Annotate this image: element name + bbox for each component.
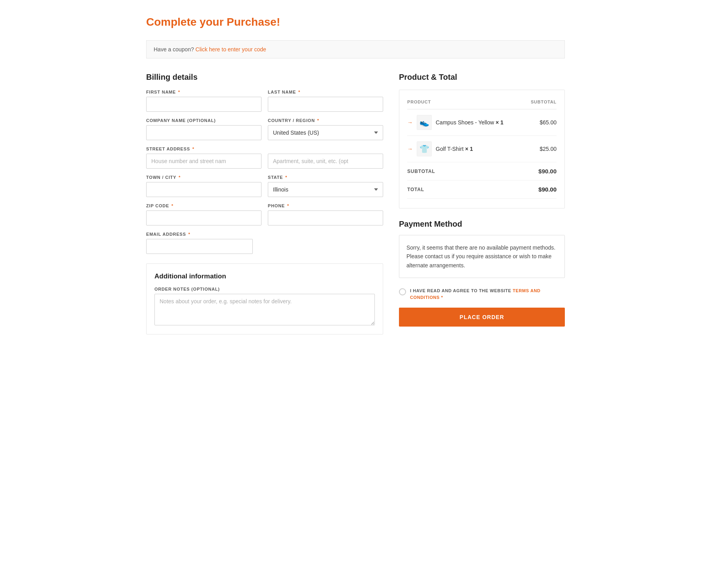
col-product: Product xyxy=(407,100,525,109)
table-row: → 👕 Golf T-Shirt × 1 $25.00 xyxy=(407,136,557,162)
product-table: Product Subtotal → 👟 Campus Shoes - Yell… xyxy=(407,100,557,199)
terms-row: I have read and agree to the website Ter… xyxy=(399,287,565,301)
phone-label: Phone * xyxy=(268,203,383,208)
payment-title: Payment Method xyxy=(399,220,565,229)
phone-group: Phone * xyxy=(268,203,383,225)
payment-method-section: Payment Method Sorry, it seems that ther… xyxy=(399,220,565,327)
no-payment-notice: Sorry, it seems that there are no availa… xyxy=(399,235,565,278)
town-city-group: Town / City * xyxy=(146,175,261,197)
title-highlight: Purchase xyxy=(227,16,276,28)
state-group: State * Illinois xyxy=(268,175,383,197)
order-notes-textarea[interactable] xyxy=(154,294,375,325)
product-name: Campus Shoes - Yellow × 1 xyxy=(436,119,504,126)
street-line2-group xyxy=(268,154,383,169)
first-name-group: First Name * xyxy=(146,90,261,112)
billing-section: Billing details First Name * Last Name * xyxy=(146,73,383,334)
total-label: Total xyxy=(407,180,525,199)
total-row: Total $90.00 xyxy=(407,180,557,199)
country-group: Country / Region * United States (US) xyxy=(268,118,383,140)
last-name-input[interactable] xyxy=(268,97,383,112)
product-thumbnail: 👟 xyxy=(417,115,432,130)
arrow-icon: → xyxy=(407,119,413,126)
company-name-label: Company Name (Optional) xyxy=(146,118,261,123)
terms-label: I have read and agree to the website Ter… xyxy=(410,287,565,301)
zip-code-label: Zip Code * xyxy=(146,203,261,208)
billing-title: Billing details xyxy=(146,73,383,82)
company-name-group: Company Name (Optional) xyxy=(146,118,261,140)
place-order-button[interactable]: Place Order xyxy=(399,308,565,327)
product-price: $25.00 xyxy=(525,136,557,162)
name-row: First Name * Last Name * xyxy=(146,90,383,112)
right-column: Product & Total Product Subtotal → 👟 Cam… xyxy=(399,73,565,327)
email-input[interactable] xyxy=(146,239,253,254)
product-thumbnail: 👕 xyxy=(417,141,432,156)
product-price: $65.00 xyxy=(525,109,557,136)
zip-code-group: Zip Code * xyxy=(146,203,261,225)
coupon-text: Have a coupon? xyxy=(154,46,194,53)
street-address-row xyxy=(146,154,383,169)
email-row: Email Address * xyxy=(146,232,383,254)
subtotal-row: Subtotal $90.00 xyxy=(407,162,557,180)
terms-required: * xyxy=(441,295,443,300)
first-name-input[interactable] xyxy=(146,97,261,112)
zip-code-input[interactable] xyxy=(146,210,261,225)
product-name: Golf T-Shirt × 1 xyxy=(436,146,473,152)
town-city-input[interactable] xyxy=(146,182,261,197)
product-total-title: Product & Total xyxy=(399,73,565,82)
title-prefix: Complete your xyxy=(146,16,227,28)
email-group: Email Address * xyxy=(146,232,383,254)
page-title: Complete your Purchase! xyxy=(146,16,565,28)
state-select[interactable]: Illinois xyxy=(268,182,383,197)
order-notes-label: Order Notes (Optional) xyxy=(154,287,375,291)
subtotal-value: $90.00 xyxy=(525,162,557,180)
arrow-icon: → xyxy=(407,146,413,152)
street-line1-group xyxy=(146,154,261,169)
total-value: $90.00 xyxy=(525,180,557,199)
company-country-row: Company Name (Optional) Country / Region… xyxy=(146,118,383,140)
subtotal-label: Subtotal xyxy=(407,162,525,180)
terms-checkbox[interactable] xyxy=(399,288,406,295)
state-label: State * xyxy=(268,175,383,180)
email-label: Email Address * xyxy=(146,232,383,237)
additional-info-box: Additional information Order Notes (Opti… xyxy=(146,263,383,334)
zip-phone-row: Zip Code * Phone * xyxy=(146,203,383,225)
country-label: Country / Region * xyxy=(268,118,383,123)
street-line2-input[interactable] xyxy=(268,154,383,169)
street-address-label: Street Address * xyxy=(146,147,383,151)
last-name-label: Last Name * xyxy=(268,90,383,94)
main-layout: Billing details First Name * Last Name * xyxy=(146,73,565,334)
last-name-group: Last Name * xyxy=(268,90,383,112)
col-subtotal: Subtotal xyxy=(525,100,557,109)
town-state-row: Town / City * State * Illinois xyxy=(146,175,383,197)
street-address-group: Street Address * xyxy=(146,147,383,169)
order-notes-group: Order Notes (Optional) xyxy=(154,287,375,325)
additional-info-title: Additional information xyxy=(154,272,375,280)
country-select[interactable]: United States (US) xyxy=(268,125,383,140)
town-city-label: Town / City * xyxy=(146,175,261,180)
product-total-box: Product Subtotal → 👟 Campus Shoes - Yell… xyxy=(399,90,565,209)
coupon-link[interactable]: Click here to enter your code xyxy=(196,46,266,53)
street-line1-input[interactable] xyxy=(146,154,261,169)
company-name-input[interactable] xyxy=(146,125,261,140)
coupon-bar: Have a coupon? Click here to enter your … xyxy=(146,40,565,58)
title-suffix: ! xyxy=(276,16,280,28)
phone-input[interactable] xyxy=(268,210,383,225)
table-row: → 👟 Campus Shoes - Yellow × 1 $65.00 xyxy=(407,109,557,136)
first-name-label: First Name * xyxy=(146,90,261,94)
